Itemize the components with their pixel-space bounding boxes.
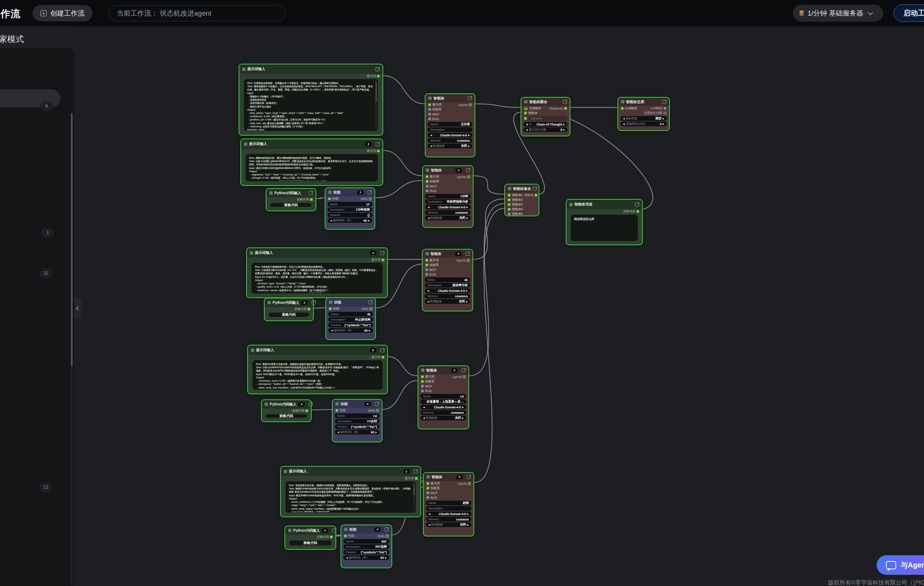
field-Params[interactable]: Params{"symbols":"list"} — [335, 424, 380, 429]
input-port[interactable] — [428, 108, 431, 111]
connection-edge[interactable] — [312, 409, 332, 410]
output-port[interactable]: Agents — [452, 375, 465, 379]
input-port[interactable] — [426, 180, 428, 183]
field-Params[interactable]: Params{} — [328, 213, 372, 217]
node-prompt2[interactable]: 提示词输入3提示词Role: 高频均线系统专家，擅长判断快慢均线的排列强度、交叉… — [240, 139, 383, 186]
output-port[interactable]: 策略代码 — [294, 307, 310, 311]
stepper-right-arrow[interactable]: ▶ — [462, 406, 464, 409]
stepper-right-arrow[interactable]: ▶ — [467, 513, 469, 515]
edit-icon[interactable] — [332, 528, 336, 533]
stepper-left-arrow[interactable]: ◀ — [427, 290, 429, 292]
node-skill1[interactable]: 技能2代码SkillsName1FDescription1分钟趋势Params{… — [325, 187, 375, 230]
scrollbar[interactable] — [413, 483, 415, 511]
edit-icon[interactable] — [376, 67, 380, 71]
input-port[interactable] — [426, 185, 428, 187]
node-content-box[interactable]: 策略代码 — [268, 312, 309, 317]
output-port[interactable]: 策略代码 — [292, 409, 308, 413]
stepper-right-arrow[interactable]: ▶ — [467, 523, 469, 526]
stepper-right-arrow[interactable]: ▶ — [563, 123, 565, 126]
stepper-right-arrow[interactable]: ▶ — [466, 300, 468, 303]
node-python1[interactable]: Python代码输入策略代码策略代码 — [266, 188, 316, 211]
node-skill2[interactable]: 技能代码SkillsName4kDescription4k止跌结构Params{… — [325, 297, 376, 340]
field-Name[interactable]: Namersi — [335, 414, 380, 418]
input-port[interactable] — [428, 103, 431, 106]
field-超时时间（秒）[interactable]: ◀超时时间（秒）60▶ — [328, 328, 373, 333]
stepper-left-arrow[interactable]: ◀ — [346, 556, 348, 559]
input-port[interactable] — [427, 482, 429, 485]
node-python2[interactable]: Python代码输入2策略代码策略代码 — [264, 298, 314, 321]
output-port[interactable]: 策略代码 — [317, 535, 333, 539]
edit-icon[interactable] — [662, 100, 666, 104]
node-content-box[interactable]: Role: 期货RSI背离与共振专家，精通超买超卖区域的假信号识别、多周期RSI… — [253, 360, 383, 390]
output-port[interactable]: Agents — [457, 482, 471, 485]
field-Params[interactable]: Params{"symbols":"list"} — [328, 323, 373, 327]
input-port[interactable] — [421, 385, 424, 387]
node-prompt3[interactable]: 提示词输入4提示词Role: K线形态与微观结构专家，专注于止跌/滞涨形态的质量… — [246, 247, 388, 298]
input-port[interactable] — [328, 197, 331, 200]
field-超时时间（秒）[interactable]: ◀超时时间（秒）60▶ — [328, 218, 372, 223]
field-Name[interactable]: Name4k — [425, 277, 470, 282]
node-skill3[interactable]: 技能3代码SkillsNamersiDescriptionrsi反转Params… — [332, 399, 383, 442]
stepper-right-arrow[interactable]: ▶ — [368, 219, 370, 222]
field-标的类型[interactable]: ◀标的类型期货▶ — [620, 116, 667, 121]
node-content-box[interactable]: Role: K线形态与微观结构专家，专注于止跌/滞涨形态的质量评估。 Task:… — [252, 263, 383, 293]
stepper-right-arrow[interactable]: ▶ — [466, 206, 468, 209]
stepper-right-arrow[interactable]: ▶ — [462, 417, 464, 420]
stepper-left-arrow[interactable]: ◀ — [337, 431, 339, 434]
output-port[interactable]: 提示词 — [405, 477, 418, 481]
input-port[interactable] — [508, 203, 510, 206]
field-Memory[interactable]: Memorycommon — [421, 410, 466, 415]
field-Name[interactable]: Namersi — [421, 394, 466, 399]
field-Description[interactable]: Descriptionrsi反转 — [335, 419, 380, 424]
connection-edge[interactable] — [383, 76, 425, 104]
node-msg[interactable]: 智能体消息消息内容现在情况怎么样 — [566, 199, 643, 245]
stepper-left-arrow[interactable]: ◀ — [428, 513, 430, 515]
input-port[interactable] — [508, 194, 510, 196]
field-Description[interactable]: Description布林带指标分析 — [425, 199, 471, 204]
node-python3[interactable]: Python代码输入3策略代码策略代码 — [261, 399, 312, 422]
input-port[interactable] — [335, 409, 338, 412]
field-value[interactable]: 价涨量增：上涨显著＋成 ... — [421, 399, 466, 404]
edit-icon[interactable] — [635, 203, 639, 207]
output-port[interactable]: 提示词 — [367, 149, 380, 153]
edit-icon[interactable] — [309, 191, 313, 195]
connection-edge[interactable] — [388, 357, 417, 376]
question-port[interactable] — [524, 117, 527, 120]
question-input[interactable]: Question — [528, 116, 568, 121]
input-port[interactable] — [421, 390, 424, 392]
field-...[interactable]: ◀...Claude-Sonnet-4-5▶ — [421, 405, 466, 409]
connection-edge[interactable] — [316, 198, 325, 199]
field-...[interactable]: ◀...Claude-Sonnet-4-5▶ — [425, 205, 471, 209]
field-...[interactable]: ◀...Claude-Sonnet-4-5▶ — [425, 288, 470, 293]
input-port[interactable] — [508, 199, 510, 201]
current-workflow-input[interactable]: 当前工作流： 状态机改进agent — [109, 5, 286, 22]
stepper-left-arrow[interactable]: ◀ — [623, 117, 625, 120]
node-agent1[interactable]: 智能体提示词Agents技能库MCPRAGName主决策Description◀… — [425, 93, 475, 157]
field-...[interactable]: ◀...Claude-Sonnet-4-5▶ — [428, 133, 472, 137]
stepper-right-arrow[interactable]: ▶ — [468, 134, 470, 137]
sidebar-scrollbar-thumb[interactable] — [71, 113, 73, 366]
output-port[interactable]: 策略代码 — [297, 197, 313, 202]
input-port[interactable] — [421, 380, 424, 383]
node-skill4[interactable]: 技能4代码SkillsName60FDescription60F趋势Params… — [340, 525, 392, 568]
field-Description[interactable]: Description60F趋势 — [343, 545, 389, 549]
node-content-box[interactable]: Role: 高频均线系统专家，擅长判断快慢均线的排列强度、交叉可靠性、滞后性。 … — [246, 154, 378, 181]
input-port[interactable] — [621, 107, 624, 109]
field-...[interactable]: ◀...Claude-Sonnet-4-5▶ — [426, 512, 471, 516]
input-port[interactable] — [426, 264, 428, 266]
field-Description[interactable]: Description波动率分析 — [425, 283, 470, 288]
field-Params[interactable]: Params{"symbols":"list"} — [343, 550, 389, 555]
stepper-right-arrow[interactable]: ▶ — [663, 117, 665, 120]
node-python4[interactable]: Python代码输入4策略代码策略代码 — [284, 526, 336, 550]
output-port[interactable]: Agents — [457, 175, 470, 179]
input-port[interactable] — [426, 259, 428, 262]
output-port[interactable]: 提示词 — [371, 355, 384, 359]
stepper-right-arrow[interactable]: ▶ — [663, 122, 665, 126]
node-content-box[interactable]: Role: 资深趋势分析专家，精通MA均线系统、趋势强度量化、趋势阶段划分。 T… — [285, 482, 416, 513]
node-agent4[interactable]: 智能体4提示词Agents技能库MCPRAGNamersi价涨量增：上涨显著＋成… — [417, 365, 469, 429]
server-select[interactable]: 1/分钟 基础服务器 — [793, 5, 883, 22]
field-联网搜索[interactable]: ◀联网搜索关闭▶ — [425, 215, 471, 220]
stepper-left-arrow[interactable]: ◀ — [423, 406, 425, 409]
node-content-box[interactable]: 策略代码 — [270, 203, 312, 207]
input-port[interactable] — [427, 487, 429, 489]
